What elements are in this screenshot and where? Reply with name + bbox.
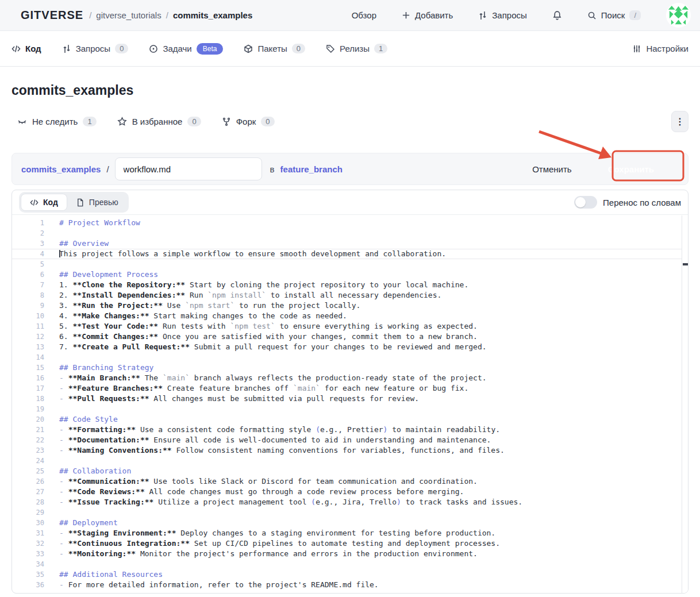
- code-line[interactable]: 104. **Make Changes:** Start making chan…: [12, 311, 688, 321]
- search-button[interactable]: Поиск /: [587, 10, 641, 20]
- page-title: commits_examples: [11, 83, 700, 98]
- code-editor-area[interactable]: 1# Project Workflow23## Overview4This pr…: [12, 215, 688, 593]
- line-number: 8: [12, 290, 44, 301]
- more-options-button[interactable]: ⋮: [671, 111, 689, 132]
- code-line[interactable]: 35## Additional Resources: [12, 569, 688, 580]
- cursor-position-mark: [683, 263, 688, 265]
- editor-tab-code[interactable]: Код: [21, 194, 67, 211]
- annotation-arrow: [539, 132, 601, 153]
- line-content: This project follows a simple workflow t…: [44, 249, 446, 259]
- line-content: [44, 559, 59, 569]
- line-number: 1: [12, 218, 44, 228]
- line-content: - **Monitoring:** Monitor the project's …: [44, 549, 478, 559]
- search-shortcut-badge: /: [629, 10, 641, 20]
- clone-button[interactable]: Клонировать: [551, 111, 644, 132]
- filename-input[interactable]: [115, 157, 262, 180]
- notifications-button[interactable]: [552, 10, 562, 20]
- line-content: ## Deployment: [44, 518, 118, 528]
- breadcrumb-org[interactable]: gitverse_tutorials: [96, 10, 161, 20]
- code-line[interactable]: 115. **Test Your Code:** Run tests with …: [12, 321, 688, 332]
- code-line[interactable]: 21- **Formatting:** Use a consistent cod…: [12, 425, 688, 435]
- branch-in-label: в: [270, 164, 275, 174]
- editor-scrollbar[interactable]: [682, 215, 688, 593]
- code-line[interactable]: 23- **Naming Conventions:** Follow consi…: [12, 445, 688, 456]
- nav-overview[interactable]: Обзор: [352, 10, 376, 20]
- gitverse-logo[interactable]: GITVERSE: [21, 9, 83, 22]
- repo-link[interactable]: commits_examples: [21, 164, 101, 174]
- code-line[interactable]: 1# Project Workflow: [12, 218, 688, 228]
- tab-releases[interactable]: Релизы 1: [326, 31, 387, 66]
- line-content: - **Staging Environment:** Deploy change…: [44, 528, 495, 538]
- code-line[interactable]: 22- **Documentation:** Ensure all code i…: [12, 435, 688, 445]
- code-line[interactable]: 5: [12, 259, 688, 269]
- code-line[interactable]: 71. **Clone the Repository:** Start by c…: [12, 280, 688, 290]
- nav-add-button[interactable]: Добавить: [402, 10, 453, 20]
- line-content: 5. **Test Your Code:** Run tests with `n…: [44, 321, 478, 332]
- code-line[interactable]: 17- **Feature Branches:** Create feature…: [12, 383, 688, 394]
- code-line[interactable]: 82. **Install Dependencies:** Run `npm i…: [12, 290, 688, 301]
- line-number: 26: [12, 476, 44, 487]
- tab-issues[interactable]: Задачи Beta: [149, 31, 223, 66]
- tab-code[interactable]: Код: [11, 31, 41, 66]
- code-line[interactable]: 30## Deployment: [12, 518, 688, 528]
- code-line[interactable]: 36- For more detailed information, refer…: [12, 580, 688, 590]
- line-number: 5: [12, 259, 44, 269]
- code-line[interactable]: 29: [12, 507, 688, 518]
- code-line[interactable]: 33- **Monitoring:** Monitor the project'…: [12, 549, 688, 559]
- code-line[interactable]: 31- **Staging Environment:** Deploy chan…: [12, 528, 688, 538]
- code-line[interactable]: 20## Code Style: [12, 414, 688, 425]
- line-number: 35: [12, 569, 44, 580]
- breadcrumb-repo[interactable]: commits_examples: [173, 10, 252, 20]
- code-line[interactable]: 3## Overview: [12, 238, 688, 249]
- editor-tab-preview[interactable]: Превью: [67, 194, 127, 211]
- fork-button[interactable]: Форк 0: [222, 117, 275, 126]
- code-line[interactable]: 137. **Create a Pull Request:** Submit a…: [12, 342, 688, 352]
- code-icon: [11, 44, 21, 53]
- line-content: - **Issue Tracking:** Utilize a project …: [44, 497, 522, 507]
- cancel-button[interactable]: Отменить: [532, 164, 572, 174]
- code-line[interactable]: 24: [12, 456, 688, 466]
- code-line[interactable]: 16- **Main Branch:** The `main` branch a…: [12, 373, 688, 383]
- editor-mode-switcher: Код Превью: [19, 192, 129, 213]
- line-number: 16: [12, 373, 44, 383]
- code-line[interactable]: 15## Branching Strategy: [12, 363, 688, 373]
- line-content: # Project Workflow: [44, 218, 140, 228]
- save-button[interactable]: Сохранить: [596, 158, 666, 180]
- code-line[interactable]: 25## Collaboration: [12, 466, 688, 476]
- bell-icon: [552, 10, 562, 20]
- line-content: ## Collaboration: [44, 466, 131, 476]
- word-wrap-label: Перенос по словам: [603, 198, 681, 207]
- line-content: [44, 404, 59, 414]
- code-line[interactable]: 28- **Issue Tracking:** Utilize a projec…: [12, 497, 688, 507]
- code-line[interactable]: 126. **Commit Changes:** Once you are sa…: [12, 332, 688, 342]
- user-avatar[interactable]: [666, 3, 691, 28]
- code-line[interactable]: 26- **Communication:** Use tools like Sl…: [12, 476, 688, 487]
- breadcrumb-separator: /: [166, 10, 168, 20]
- line-number: 24: [12, 456, 44, 466]
- file-editor: Код Превью Перенос по словам 1# Project …: [11, 190, 689, 594]
- code-line[interactable]: 19: [12, 404, 688, 414]
- code-line[interactable]: 18- **Pull Requests:** All changes must …: [12, 394, 688, 404]
- code-line[interactable]: 6## Development Process: [12, 269, 688, 280]
- nav-requests[interactable]: Запросы: [478, 10, 527, 20]
- line-number: 14: [12, 352, 44, 363]
- code-line[interactable]: 34: [12, 559, 688, 569]
- code-line[interactable]: 2: [12, 228, 688, 238]
- line-number: 7: [12, 280, 44, 290]
- code-line[interactable]: 32- **Continuous Integration:** Set up C…: [12, 538, 688, 549]
- editor-toolbar: Код Превью Перенос по словам: [12, 190, 688, 215]
- copy-icon: [561, 117, 571, 126]
- star-button[interactable]: В избранное 0: [117, 117, 201, 126]
- tab-settings[interactable]: Настройки: [632, 31, 689, 66]
- branch-link[interactable]: feature_branch: [280, 164, 343, 174]
- word-wrap-toggle[interactable]: [574, 196, 597, 209]
- code-line[interactable]: 14: [12, 352, 688, 363]
- line-number: 12: [12, 332, 44, 342]
- code-line[interactable]: 27- **Code Reviews:** All code changes m…: [12, 487, 688, 497]
- tab-requests[interactable]: Запросы 0: [62, 31, 129, 66]
- code-line[interactable]: 93. **Run the Project:** Use `npm start`…: [12, 301, 688, 311]
- code-line[interactable]: 4This project follows a simple workflow …: [12, 249, 688, 259]
- unwatch-button[interactable]: Не следить 1: [17, 117, 97, 126]
- tab-packages[interactable]: Пакеты 0: [244, 31, 305, 66]
- line-number: 36: [12, 580, 44, 590]
